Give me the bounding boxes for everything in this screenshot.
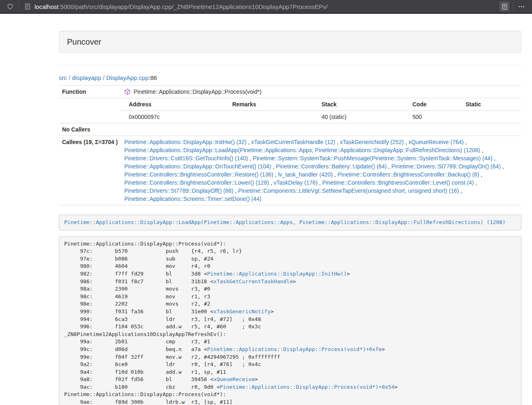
callee-link[interactable]: Pinetime::Drivers::St7789::DisplayOff() …	[124, 187, 233, 194]
callee-link[interactable]: Pinetime::Controllers::Battery::Update()…	[276, 163, 387, 170]
callee-link[interactable]: Pinetime::Drivers::Cst816S::GetTouchInfo…	[124, 155, 248, 162]
callee-separator: ,	[333, 171, 338, 178]
function-row: Function Pinetime::Applications::Display…	[59, 86, 521, 98]
address-value: 0x0000097c	[121, 111, 224, 123]
callee-link[interactable]: xTaskGenericNotify (252)	[340, 139, 404, 145]
metrics-table: Address Remarks Stack Code Static 0x0000…	[121, 98, 521, 123]
callee-highlight-box: Pinetime::Applications::DisplayApp::Load…	[59, 215, 521, 231]
callee-link[interactable]: Pinetime::Applications::DisplayApp::OnTo…	[124, 163, 271, 170]
callee-link[interactable]: Pinetime::Controllers::BrightnessControl…	[124, 171, 273, 178]
page-container: Puncover src / displayapp / DisplayApp.c…	[59, 31, 521, 405]
callee-separator: ,	[248, 155, 253, 162]
callee-link[interactable]: Pinetime::Controllers::BrightnessControl…	[337, 171, 479, 178]
col-header-address: Address	[121, 98, 224, 111]
breadcrumb: src / displayapp / DisplayApp.cpp:86	[59, 73, 521, 82]
url-bar[interactable]: localhost:5000/path/src/displayapp/Displ…	[33, 1, 499, 12]
callee-link[interactable]: Pinetime::Applications::Screens::Timer::…	[124, 196, 261, 202]
breadcrumb-link[interactable]: DisplayApp.cpp	[106, 74, 149, 81]
shield-icon[interactable]	[5, 1, 15, 12]
divider	[59, 65, 521, 65]
url-path: :5000/path/src/displayapp/DisplayApp.cpp…	[58, 3, 327, 10]
callee-separator: ,	[269, 179, 274, 186]
breadcrumb-line-number: :86	[149, 74, 157, 81]
callee-link[interactable]: Pinetime::Controllers::BrightnessControl…	[322, 179, 474, 186]
toolbar-divider	[19, 2, 19, 11]
callee-link[interactable]: lv_task_handler (420)	[278, 171, 333, 178]
callee-separator: ,	[479, 171, 482, 178]
callee-separator: ,	[404, 139, 409, 145]
no-callers-row: No Callers	[59, 123, 521, 136]
breadcrumb-link[interactable]: src	[59, 74, 67, 81]
callee-separator: ,	[273, 171, 278, 178]
callee-highlight-link[interactable]: Pinetime::Applications::DisplayApp::Load…	[64, 219, 506, 225]
code-value: 500	[405, 111, 458, 123]
breadcrumb-separator: /	[67, 74, 72, 81]
callee-separator: ,	[246, 139, 251, 145]
callee-separator: ,	[464, 139, 467, 145]
callees-row: Callees (19, Σ=3704 ) Pinetime::Applicat…	[59, 136, 521, 205]
menu-ellipsis-icon[interactable]: •••	[517, 1, 527, 12]
asm-symbol-link[interactable]: xQueueReceive	[213, 376, 255, 382]
page-icon	[22, 1, 33, 12]
remarks-value	[224, 111, 314, 123]
static-value	[458, 111, 521, 123]
asm-symbol-link[interactable]: xTaskGetCurrentTaskHandle	[213, 278, 293, 284]
callee-link[interactable]: xTaskGetCurrentTaskHandle (12)	[251, 139, 335, 145]
toolbar-divider	[513, 2, 513, 11]
callee-link[interactable]: Pinetime::Applications::DisplayApp::Load…	[124, 147, 480, 153]
function-label: Function	[59, 86, 121, 98]
app-header-panel: Puncover	[59, 31, 521, 53]
breadcrumb-link[interactable]: displayapp	[72, 74, 101, 81]
callees-label: Callees (19, Σ=3704 )	[59, 136, 121, 205]
disassembly-box: Pinetime::Applications::DisplayApp::Proc…	[59, 236, 521, 405]
stack-value: 40 (static)	[314, 111, 405, 123]
function-table: Function Pinetime::Applications::Display…	[59, 85, 521, 205]
col-header-code: Code	[405, 98, 458, 111]
callee-separator: ,	[459, 187, 462, 194]
reader-mode-icon[interactable]	[499, 1, 510, 12]
callee-link[interactable]: Pinetime::System::SystemTask::PushMessag…	[253, 155, 493, 162]
metrics-row: Address Remarks Stack Code Static 0x0000…	[59, 98, 521, 123]
callee-separator: ,	[387, 163, 392, 170]
assembly-code: Pinetime::Applications::DisplayApp::Proc…	[64, 241, 398, 405]
callee-separator: ,	[480, 147, 483, 153]
col-header-stack: Stack	[314, 98, 405, 111]
callee-separator: ,	[317, 179, 322, 186]
asm-symbol-link[interactable]: Pinetime::Applications::DisplayApp::Proc…	[207, 346, 381, 352]
url-host: localhost	[34, 3, 58, 10]
callees-list: Pinetime::Applications::DisplayApp::Init…	[121, 136, 521, 205]
no-callers-label: No Callers	[59, 123, 121, 136]
callee-separator: ,	[335, 139, 340, 145]
col-header-static: Static	[458, 98, 521, 111]
col-header-remarks: Remarks	[224, 98, 314, 111]
callee-link[interactable]: Pinetime::Drivers::St7789::DisplayOn() (…	[392, 163, 501, 170]
page-title: Puncover	[67, 37, 513, 47]
callee-link[interactable]: Pinetime::Components::LittleVgl::SetNewT…	[238, 187, 459, 194]
metrics-values-row: 0x0000097c 40 (static) 500	[121, 111, 521, 123]
function-name: Pinetime::Applications::DisplayApp::Proc…	[134, 88, 261, 96]
asm-symbol-link[interactable]: xTaskGenericNotify	[213, 308, 271, 315]
callee-separator: ,	[233, 187, 238, 194]
asm-symbol-link[interactable]: Pinetime::Applications::DisplayApp::Init…	[207, 271, 347, 277]
callee-link[interactable]: xQueueReceive (764)	[409, 139, 464, 145]
callee-separator: ,	[271, 163, 276, 170]
breadcrumb-separator: /	[101, 74, 106, 81]
callee-link[interactable]: Pinetime::Controllers::BrightnessControl…	[124, 179, 269, 186]
callee-separator: ,	[474, 179, 477, 186]
callee-separator: ,	[492, 155, 495, 162]
browser-toolbar: localhost:5000/path/src/displayapp/Displ…	[0, 0, 532, 14]
callee-separator: ,	[501, 163, 504, 170]
asm-symbol-link[interactable]: Pinetime::Applications::DisplayApp::Proc…	[220, 384, 394, 390]
callee-link[interactable]: Pinetime::Applications::DisplayApp::Init…	[124, 139, 246, 145]
package-cube-icon	[124, 88, 131, 95]
callee-link[interactable]: vTaskDelay (176)	[274, 179, 317, 186]
